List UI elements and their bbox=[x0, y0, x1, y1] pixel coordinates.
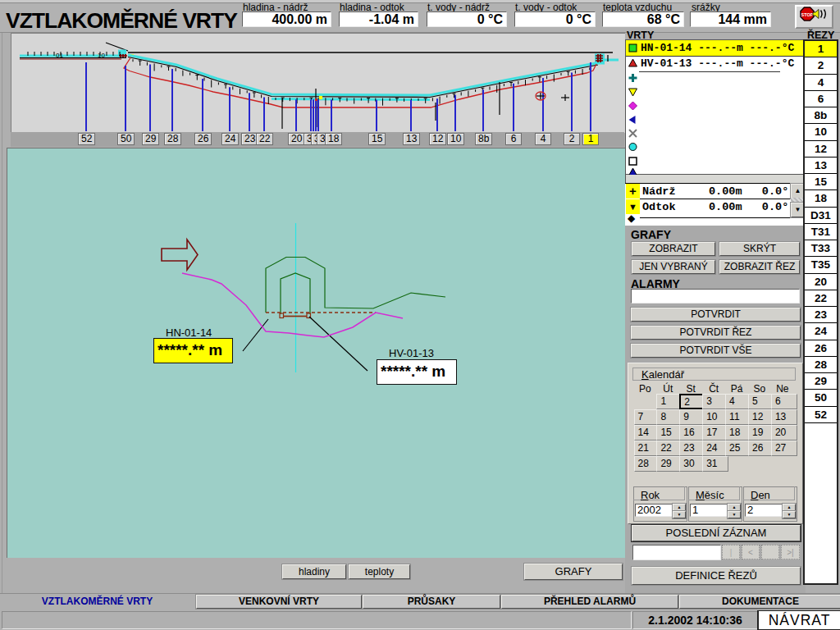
svg-text:01: 01 bbox=[56, 52, 63, 59]
svg-text:10: 10 bbox=[98, 52, 105, 59]
svg-text:STOP: STOP bbox=[801, 12, 814, 17]
